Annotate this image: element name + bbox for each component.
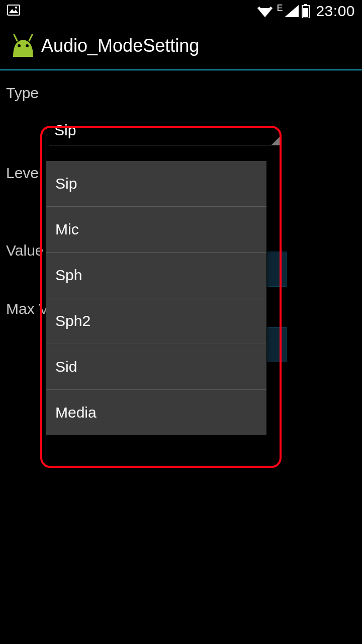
app-bar: Audio_ModeSetting xyxy=(0,22,362,70)
svg-rect-0 xyxy=(8,5,20,15)
svg-line-9 xyxy=(14,35,17,41)
svg-marker-4 xyxy=(257,8,273,17)
value-input[interactable] xyxy=(267,252,287,287)
dropdown-option-sph2[interactable]: Sph2 xyxy=(46,298,266,344)
svg-line-10 xyxy=(29,35,32,41)
type-spinner-value: Sip xyxy=(54,122,76,138)
svg-marker-1 xyxy=(9,9,18,13)
dropdown-option-media[interactable]: Media xyxy=(46,390,266,435)
maxvol-input[interactable] xyxy=(267,327,287,362)
svg-point-12 xyxy=(26,44,29,47)
svg-point-2 xyxy=(15,7,17,9)
chevron-down-icon xyxy=(272,136,281,145)
status-bar: E 23:00 xyxy=(0,0,362,22)
image-notification-icon xyxy=(7,5,20,18)
dropdown-option-sip[interactable]: Sip xyxy=(46,161,266,207)
dropdown-option-mic[interactable]: Mic xyxy=(46,207,266,253)
app-title: Audio_ModeSetting xyxy=(41,35,199,56)
wifi-icon xyxy=(257,5,273,17)
type-dropdown: Sip Mic Sph Sph2 Sid Media xyxy=(46,161,266,435)
battery-icon xyxy=(302,4,310,18)
svg-point-11 xyxy=(18,44,21,47)
clock-label: 23:00 xyxy=(316,3,355,20)
cell-signal-icon xyxy=(285,5,299,17)
svg-marker-5 xyxy=(285,5,299,17)
app-icon xyxy=(7,34,39,58)
type-label: Type xyxy=(6,85,356,102)
dropdown-option-sid[interactable]: Sid xyxy=(46,344,266,390)
dropdown-option-sph[interactable]: Sph xyxy=(46,253,266,298)
type-spinner[interactable]: Sip xyxy=(49,117,281,145)
network-type-label: E xyxy=(277,4,283,13)
svg-rect-8 xyxy=(303,8,308,17)
